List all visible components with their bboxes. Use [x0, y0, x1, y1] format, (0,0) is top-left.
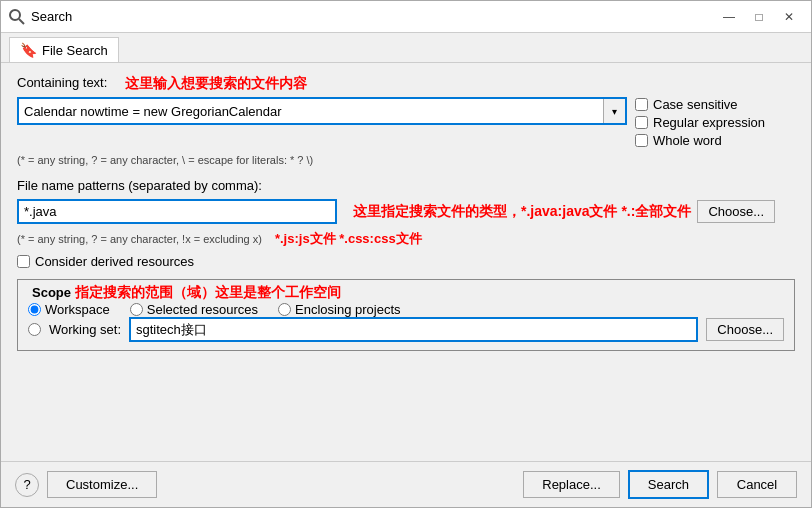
title-bar: Search — □ ✕ [1, 1, 811, 33]
enclosing-projects-radio[interactable] [278, 303, 291, 316]
consider-derived-row: Consider derived resources [17, 254, 795, 269]
case-sensitive-row: Case sensitive [635, 97, 795, 112]
selected-resources-label[interactable]: Selected resources [147, 302, 258, 317]
svg-line-1 [19, 19, 24, 24]
tab-file-search[interactable]: 🔖 File Search [9, 37, 119, 62]
containing-text-label-row: Containing text: 这里输入想要搜索的文件内容 [17, 75, 795, 93]
working-set-input[interactable] [129, 317, 698, 342]
file-pattern-input-row: 这里指定搜索文件的类型，*.java:java文件 *.:全部文件 Choose… [17, 199, 795, 224]
workspace-radio[interactable] [28, 303, 41, 316]
regular-expression-label[interactable]: Regular expression [653, 115, 765, 130]
window-title: Search [31, 9, 715, 24]
containing-text-hint: (* = any string, ? = any character, \ = … [17, 154, 795, 166]
whole-word-label[interactable]: Whole word [653, 133, 722, 148]
selected-resources-radio[interactable] [130, 303, 143, 316]
bottom-bar: ? Customize... Replace... Search Cancel [1, 461, 811, 507]
containing-text-annotation: 这里输入想要搜索的文件内容 [125, 75, 307, 93]
enclosing-projects-label[interactable]: Enclosing projects [295, 302, 401, 317]
tab-file-search-label: File Search [42, 43, 108, 58]
file-pattern-section: File name patterns (separated by comma):… [17, 178, 795, 269]
containing-text-dropdown-button[interactable]: ▾ [603, 99, 625, 123]
window-icon [9, 9, 25, 25]
working-set-choose-button[interactable]: Choose... [706, 318, 784, 341]
minimize-button[interactable]: — [715, 6, 743, 28]
file-pattern-label: File name patterns (separated by comma): [17, 178, 795, 193]
file-pattern-hint: (* = any string, ? = any character, !x =… [17, 230, 795, 248]
search-options-checkboxes: Case sensitive Regular expression Whole … [635, 97, 795, 148]
consider-derived-checkbox[interactable] [17, 255, 30, 268]
file-pattern-annotation: 这里指定搜索文件的类型，*.java:java文件 *.:全部文件 [353, 203, 691, 221]
regular-expression-checkbox[interactable] [635, 116, 648, 129]
selected-resources-radio-row: Selected resources [130, 302, 258, 317]
file-search-tab-icon: 🔖 [20, 42, 37, 58]
file-pattern-annotation2: *.js:js文件 *.css:css文件 [275, 231, 422, 246]
file-pattern-input[interactable] [17, 199, 337, 224]
close-button[interactable]: ✕ [775, 6, 803, 28]
containing-text-combo: ▾ [17, 97, 627, 125]
window-controls: — □ ✕ [715, 6, 803, 28]
containing-text-label: Containing text: [17, 75, 107, 90]
workspace-radio-row: Workspace [28, 302, 110, 317]
customize-button[interactable]: Customize... [47, 471, 157, 498]
containing-text-input[interactable] [19, 101, 603, 122]
workspace-label[interactable]: Workspace [45, 302, 110, 317]
svg-point-0 [10, 10, 20, 20]
working-set-row: Working set: Choose... [28, 317, 784, 342]
regular-expression-row: Regular expression [635, 115, 795, 130]
main-window: Search — □ ✕ 🔖 File Search Containing te… [0, 0, 812, 508]
containing-text-input-row: ▾ Case sensitive Regular expression Whol… [17, 97, 795, 148]
case-sensitive-checkbox[interactable] [635, 98, 648, 111]
file-pattern-choose-button[interactable]: Choose... [697, 200, 775, 223]
consider-derived-label[interactable]: Consider derived resources [35, 254, 194, 269]
scope-legend: Scope 指定搜索的范围（域）这里是整个工作空间 [28, 284, 784, 302]
help-button[interactable]: ? [15, 473, 39, 497]
working-set-label[interactable]: Working set: [49, 322, 121, 337]
scope-fieldset: Scope 指定搜索的范围（域）这里是整个工作空间 Workspace Sele… [17, 279, 795, 351]
maximize-button[interactable]: □ [745, 6, 773, 28]
dialog-content: Containing text: 这里输入想要搜索的文件内容 ▾ Case se… [1, 63, 811, 461]
working-set-radio[interactable] [28, 323, 41, 336]
enclosing-projects-radio-row: Enclosing projects [278, 302, 401, 317]
search-button[interactable]: Search [628, 470, 709, 499]
whole-word-row: Whole word [635, 133, 795, 148]
cancel-button[interactable]: Cancel [717, 471, 797, 498]
tab-bar: 🔖 File Search [1, 33, 811, 63]
scope-annotation: 指定搜索的范围（域）这里是整个工作空间 [75, 284, 341, 300]
case-sensitive-label[interactable]: Case sensitive [653, 97, 738, 112]
whole-word-checkbox[interactable] [635, 134, 648, 147]
scope-radios: Workspace Selected resources Enclosing p… [28, 302, 784, 317]
replace-button[interactable]: Replace... [523, 471, 620, 498]
containing-text-section: Containing text: 这里输入想要搜索的文件内容 ▾ Case se… [17, 75, 795, 166]
